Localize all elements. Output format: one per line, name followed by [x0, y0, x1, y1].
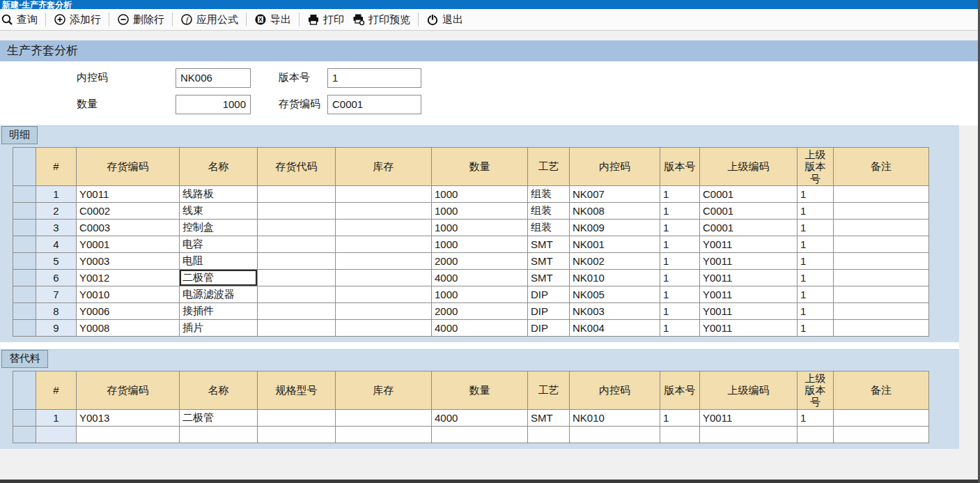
cell-stock[interactable] [336, 236, 432, 252]
row-selector-cell[interactable] [13, 269, 36, 286]
cell-version[interactable]: 1 [660, 236, 700, 252]
cell-parent_code[interactable]: C0001 [700, 219, 798, 236]
cell-process[interactable]: SMT [528, 269, 570, 286]
cell-name[interactable]: 电阻 [180, 252, 258, 269]
cell-stock[interactable] [336, 409, 432, 426]
cell-parent_code[interactable]: Y0011 [700, 269, 798, 286]
exit-button[interactable]: 退出 [422, 11, 467, 29]
cell-inv_alias[interactable] [258, 236, 336, 252]
cell-name[interactable]: 线路板 [180, 185, 258, 202]
tab-substitute[interactable]: 替代料 [1, 350, 48, 368]
cell-parent_version[interactable]: 1 [798, 269, 834, 286]
cell-process[interactable]: SMT [528, 236, 570, 252]
cell-inv_alias[interactable] [258, 302, 336, 319]
cell-internal_code[interactable]: NK009 [570, 219, 660, 236]
cell-remark[interactable] [834, 219, 929, 236]
cell-name[interactable]: 线束 [180, 202, 258, 219]
cell-inv_code[interactable]: Y0001 [77, 236, 180, 252]
cell-qty[interactable]: 1000 [432, 236, 528, 252]
cell-inv_code[interactable]: C0002 [77, 202, 180, 219]
cell-inv_alias[interactable] [258, 286, 336, 302]
apply-formula-button[interactable]: f 应用公式 [176, 11, 242, 29]
row-selector-cell[interactable] [13, 202, 36, 219]
cell-parent_code[interactable]: Y0011 [700, 252, 798, 269]
cell-parent_version[interactable]: 1 [798, 319, 834, 336]
cell-process[interactable]: 组装 [528, 219, 570, 236]
cell-idx[interactable]: 7 [36, 286, 77, 302]
tab-detail[interactable]: 明细 [1, 126, 38, 144]
row-selector-cell[interactable] [13, 252, 36, 269]
quantity-input[interactable] [176, 95, 251, 114]
cell-parent_code[interactable]: Y0011 [700, 409, 798, 426]
delete-row-button[interactable]: 删除行 [113, 11, 169, 29]
cell-idx[interactable]: 4 [36, 236, 77, 252]
cell-stock[interactable] [336, 252, 432, 269]
cell-remark[interactable] [834, 236, 929, 252]
cell-version[interactable] [660, 426, 700, 443]
version-input[interactable] [327, 68, 421, 88]
cell-process[interactable]: 组装 [528, 202, 570, 219]
cell-version[interactable]: 1 [660, 302, 700, 319]
cell-name[interactable]: 电容 [180, 236, 258, 252]
export-button[interactable]: X 导出 [250, 11, 295, 29]
cell-stock[interactable] [336, 185, 432, 202]
cell-inv_alias[interactable] [258, 219, 336, 236]
cell-stock[interactable] [336, 302, 432, 319]
cell-inv_code[interactable]: Y0012 [77, 269, 180, 286]
cell-qty[interactable] [432, 426, 528, 443]
cell-process[interactable]: 组装 [528, 185, 570, 202]
cell-inv_alias[interactable] [258, 252, 336, 269]
cell-process[interactable]: DIP [528, 302, 570, 319]
cell-internal_code[interactable]: NK007 [570, 185, 660, 202]
cell-version[interactable]: 1 [660, 219, 700, 236]
cell-spec_model[interactable] [258, 426, 336, 443]
cell-remark[interactable] [834, 252, 929, 269]
cell-qty[interactable]: 1000 [432, 202, 528, 219]
cell-internal_code[interactable]: NK010 [570, 269, 660, 286]
cell-stock[interactable] [336, 202, 432, 219]
cell-name[interactable]: 控制盒 [180, 219, 258, 236]
cell-internal_code[interactable]: NK005 [570, 286, 660, 302]
query-button[interactable]: 查询 [0, 11, 42, 29]
cell-version[interactable]: 1 [660, 202, 700, 219]
cell-stock[interactable] [336, 426, 432, 443]
cell-inv_code[interactable]: Y0008 [77, 319, 180, 336]
cell-idx[interactable] [36, 426, 77, 443]
cell-remark[interactable] [834, 426, 929, 443]
cell-idx[interactable]: 8 [36, 302, 77, 319]
selector-header-cell[interactable] [13, 371, 36, 409]
cell-remark[interactable] [834, 319, 929, 336]
cell-internal_code[interactable]: NK001 [570, 236, 660, 252]
cell-qty[interactable]: 4000 [432, 409, 528, 426]
cell-qty[interactable]: 4000 [432, 269, 528, 286]
cell-name[interactable]: 接插件 [180, 302, 258, 319]
cell-version[interactable]: 1 [660, 269, 700, 286]
row-selector-cell[interactable] [13, 319, 36, 336]
cell-idx[interactable]: 9 [36, 319, 77, 336]
cell-version[interactable]: 1 [660, 252, 700, 269]
cell-process[interactable]: SMT [528, 252, 570, 269]
row-selector-cell[interactable] [13, 219, 36, 236]
cell-inv_code[interactable]: Y0003 [77, 252, 180, 269]
cell-parent_version[interactable]: 1 [798, 236, 834, 252]
cell-qty[interactable]: 4000 [432, 319, 528, 336]
cell-stock[interactable] [336, 319, 432, 336]
print-preview-button[interactable]: 打印预览 [348, 11, 414, 29]
row-selector-cell[interactable] [13, 409, 36, 426]
add-row-button[interactable]: 添加行 [49, 11, 105, 29]
cell-parent_version[interactable]: 1 [798, 302, 834, 319]
cell-version[interactable]: 1 [660, 319, 700, 336]
cell-process[interactable]: DIP [528, 319, 570, 336]
inventory-code-input[interactable] [327, 95, 421, 114]
cell-parent_code[interactable]: Y0011 [700, 236, 798, 252]
cell-remark[interactable] [834, 409, 929, 426]
cell-internal_code[interactable]: NK003 [570, 302, 660, 319]
cell-parent_version[interactable]: 1 [798, 286, 834, 302]
cell-inv_code[interactable]: Y0013 [77, 409, 180, 426]
cell-idx[interactable]: 2 [36, 202, 77, 219]
row-selector-cell[interactable] [13, 236, 36, 252]
cell-qty[interactable]: 2000 [432, 252, 528, 269]
cell-internal_code[interactable]: NK008 [570, 202, 660, 219]
cell-idx[interactable]: 1 [36, 409, 77, 426]
cell-inv_code[interactable]: Y0011 [77, 185, 180, 202]
